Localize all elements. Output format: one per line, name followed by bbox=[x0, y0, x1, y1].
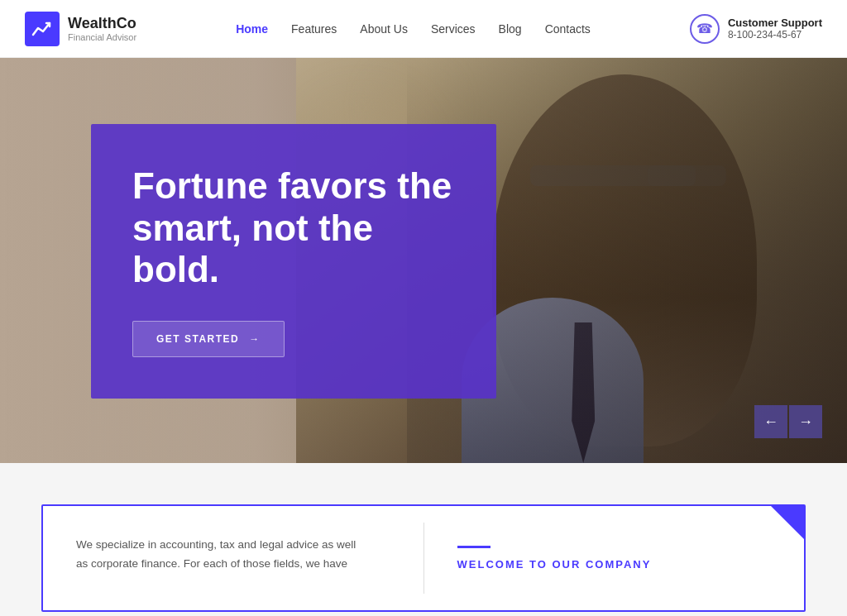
prev-arrow-button[interactable]: ← bbox=[754, 405, 787, 438]
below-hero-section: We specialize in accounting, tax and leg… bbox=[0, 463, 847, 612]
hero-card: Fortune favors the smart, not the bold. … bbox=[91, 124, 496, 399]
welcome-right-panel: WELCOME TO OUR COMPANY bbox=[424, 506, 805, 610]
logo-text: WealthCo Financial Advisor bbox=[68, 15, 136, 43]
logo-area: WealthCo Financial Advisor bbox=[25, 12, 136, 46]
nav-blog[interactable]: Blog bbox=[499, 22, 522, 36]
nav-home[interactable]: Home bbox=[236, 22, 268, 36]
logo-name: WealthCo bbox=[68, 15, 136, 33]
main-nav: Home Features About Us Services Blog Con… bbox=[236, 22, 591, 36]
cta-label: GET STARTED bbox=[156, 333, 239, 345]
logo-subtitle: Financial Advisor bbox=[68, 32, 136, 42]
support-text-block: Customer Support 8-100-234-45-67 bbox=[728, 17, 822, 41]
support-area: ☎ Customer Support 8-100-234-45-67 bbox=[690, 14, 822, 44]
site-header: WealthCo Financial Advisor Home Features… bbox=[0, 0, 847, 58]
left-arrow-icon: ← bbox=[763, 413, 778, 431]
support-label: Customer Support bbox=[728, 17, 822, 29]
welcome-description: We specialize in accounting, tax and leg… bbox=[76, 536, 357, 574]
phone-icon: ☎ bbox=[690, 14, 720, 44]
slider-arrows: ← → bbox=[754, 405, 822, 438]
nav-contacts[interactable]: Contacts bbox=[545, 22, 591, 36]
arrow-icon: → bbox=[249, 333, 261, 345]
welcome-title: WELCOME TO OUR COMPANY bbox=[457, 558, 772, 571]
welcome-accent-line bbox=[457, 546, 490, 548]
welcome-box: We specialize in accounting, tax and leg… bbox=[41, 504, 806, 612]
get-started-button[interactable]: GET STARTED → bbox=[132, 321, 285, 357]
nav-about[interactable]: About Us bbox=[360, 22, 408, 36]
next-arrow-button[interactable]: → bbox=[789, 405, 822, 438]
nav-services[interactable]: Services bbox=[431, 22, 476, 36]
support-number: 8-100-234-45-67 bbox=[728, 29, 822, 41]
hero-headline: Fortune favors the smart, not the bold. bbox=[132, 165, 455, 291]
logo-icon bbox=[25, 12, 60, 46]
right-arrow-icon: → bbox=[798, 413, 813, 431]
hero-section: Fortune favors the smart, not the bold. … bbox=[0, 58, 847, 463]
nav-features[interactable]: Features bbox=[291, 22, 337, 36]
welcome-left-panel: We specialize in accounting, tax and leg… bbox=[43, 506, 424, 610]
